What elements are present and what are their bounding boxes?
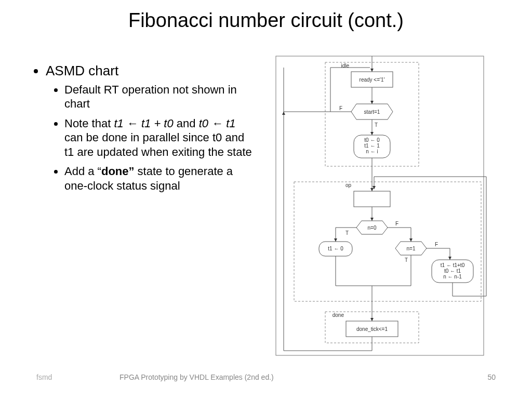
bullet-l2b: Note that t1 ← t1 + t0 and t0 ← t1 can b… [64,116,255,159]
label-start: start=1 [364,109,380,115]
bullet-l2b-i2: t0 ← t1 [199,117,236,130]
bullet-l1-text: ASMD chart [46,63,118,78]
label-n0: n=0 [368,225,377,231]
bullet-l2c: Add a “done” state to generate a one-clo… [64,164,255,193]
label-init-3: n ← i [366,149,378,154]
edge-n1-f: F [435,242,438,247]
label-op: op [345,182,352,188]
bullet-l2c-pre: Add a “ [64,165,101,178]
asmd-diagram: idle ready <='1' start=1 F T t0 ← 0 t1 ←… [263,52,491,358]
bullet-l2b-pre: Note that [64,117,114,130]
label-init-1: t0 ← 0 [364,137,380,143]
label-upd-2: t0 ← t1 [444,268,461,274]
label-init-2: t1 ← 1 [364,143,380,149]
bullet-l2b-i1: t1 ← t1 + t0 [114,117,173,130]
footer-page-number: 50 [487,373,496,381]
label-done: done [332,312,344,318]
label-upd-3: n ← n-1 [443,274,462,280]
slide-body: ASMD chart Default RT operation not show… [31,62,255,198]
label-t1-0: t1 ← 0 [328,246,343,251]
edge-n0-f: F [395,221,398,227]
footer-mid: FPGA Prototyping by VHDL Examples (2nd e… [119,373,274,381]
bullet-l2b-mid: and [174,117,199,130]
footer-left: fsmd [36,373,52,381]
slide-title: Fibonacci number circuit (cont.) [0,9,532,32]
label-n1: n=1 [407,246,416,251]
edge-start-t: T [375,122,378,128]
svg-rect-16 [354,191,390,207]
label-ready: ready <='1' [360,77,385,83]
bullet-l2a: Default RT operation not shown in chart [64,83,255,111]
bullet-l2c-bold: done” [101,165,135,178]
label-idle: idle [341,63,349,69]
bullet-l2b-post: can be done in parallel since t0 and t1 … [64,131,252,158]
edge-n1-t: T [405,257,408,263]
edge-n0-t: T [345,230,349,236]
label-upd-1: t1 ← t1+t0 [441,262,465,268]
bullet-l1: ASMD chart Default RT operation not show… [46,62,255,193]
edge-start-f: F [339,105,342,111]
label-done-tick: done_tick<=1 [356,326,388,332]
